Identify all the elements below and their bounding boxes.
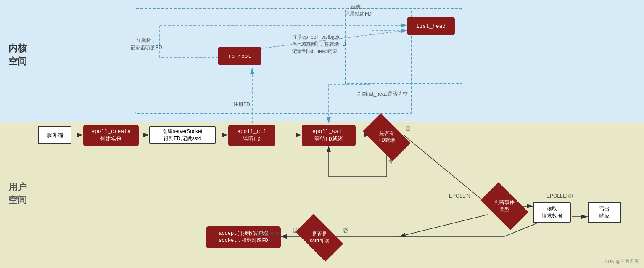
annotation-register-fd: 注册FD [233, 101, 250, 108]
node-epoll-create: epoll_create创建实例 [83, 125, 139, 146]
epoll-create-label: epoll_create创建实例 [91, 128, 131, 143]
annotation-no: 否 [388, 158, 393, 165]
epoll-ctl-label: epoll_ctl监听FD [237, 128, 267, 143]
node-server: 服务端 [38, 126, 71, 144]
annotation-fd-connect: FD请求连接 [252, 231, 279, 238]
fd-ready-text: 是否有FD就绪 [378, 130, 395, 143]
ssfd-readable-text: 是否是ssfd可读 [310, 231, 329, 244]
rb-root-label: rb_root [228, 53, 251, 59]
annotation-list: 链表，记录就绪FD [345, 3, 372, 18]
diagram-container: 内核空间 用户空间 [0, 0, 644, 268]
annotation-check-list-head: 判断list_head是否为空 [357, 90, 408, 98]
node-write-resp: 写出响应 [588, 202, 621, 223]
node-create-socket: 创建serverSocket得到FD,记做ssfd [149, 126, 216, 144]
kernel-label: 内核空间 [8, 42, 27, 68]
node-epoll-wait: epoll_wait等待FD就绪 [302, 125, 356, 146]
annotation-ep-poll-callback: 注册ep_poll_callback当FD就绪时，将就绪FD记录到list_he… [292, 34, 346, 55]
annotation-no2: 否 [343, 227, 348, 234]
write-resp-label: 写出响应 [599, 205, 610, 220]
watermark: CSDN @三月不灭 [602, 258, 639, 265]
user-label: 用户空间 [8, 181, 27, 207]
read-data-label: 读取请求数据 [542, 205, 562, 220]
diamond-fd-ready: 是否有FD就绪 [366, 125, 408, 150]
node-list-head: list_head [407, 17, 455, 35]
node-rb-root: rb_root [218, 47, 261, 65]
epoll-wait-label: epoll_wait等待FD就绪 [312, 128, 345, 143]
node-epoll-ctl: epoll_ctl监听FD [228, 125, 275, 146]
annotation-epollerr: EPOLLERR [546, 193, 573, 200]
annotation-rbtree: 红黑树，记录监听的FD [130, 37, 162, 51]
diamond-ssfd-readable: 是否是ssfd可读 [298, 225, 340, 250]
list-head-label: list_head [416, 23, 446, 29]
server-label: 服务端 [47, 131, 63, 139]
annotation-epollin: EPOLLIN [449, 193, 470, 200]
annotation-yes: 是 [406, 125, 411, 133]
diamond-event-type: 判断事件类型 [483, 194, 525, 219]
event-type-text: 判断事件类型 [494, 199, 515, 212]
create-socket-label: 创建serverSocket得到FD,记做ssfd [163, 128, 202, 142]
node-read-data: 读取请求数据 [533, 202, 571, 223]
annotation-yes2: 是 [293, 227, 298, 234]
